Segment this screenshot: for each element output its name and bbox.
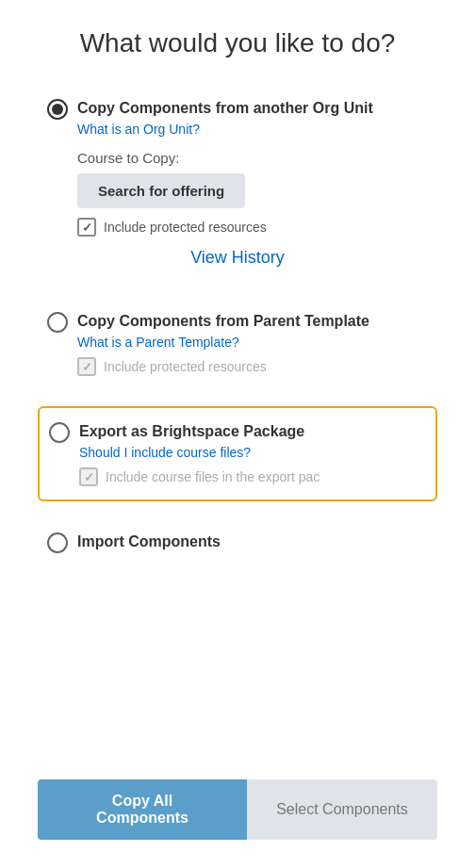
include-protected-checkbox[interactable] <box>77 218 96 237</box>
page-title: What would you like to do? <box>38 28 437 58</box>
section-copy-parent: Copy Components from Parent Template Wha… <box>38 298 437 389</box>
include-course-files-row: Include course files in the export pac <box>79 467 426 486</box>
view-history-link[interactable]: View History <box>47 248 428 268</box>
option-title-copy-parent: Copy Components from Parent Template <box>77 311 369 332</box>
include-course-files-label: Include course files in the export pac <box>106 469 319 484</box>
include-protected-parent-checkbox[interactable] <box>77 357 96 376</box>
course-to-copy-section: Course to Copy: Search for offering Incl… <box>77 150 428 237</box>
option-row-copy-parent: Copy Components from Parent Template <box>47 311 428 333</box>
course-label: Course to Copy: <box>77 150 428 166</box>
radio-import-components[interactable] <box>47 532 68 553</box>
option-row-import-components: Import Components <box>47 532 428 553</box>
option-title-export-brightspace: Export as Brightspace Package <box>79 421 304 442</box>
search-for-offering-button[interactable]: Search for offering <box>77 173 245 208</box>
select-components-button[interactable]: Select Components <box>247 779 437 840</box>
include-course-files-checkbox[interactable] <box>79 467 98 486</box>
bottom-buttons: Copy All Components Select Components <box>38 751 437 840</box>
include-protected-row: Include protected resources <box>77 218 428 237</box>
option-title-import-components: Import Components <box>77 532 221 552</box>
radio-copy-org[interactable] <box>47 99 68 120</box>
include-protected-label: Include protected resources <box>104 220 267 235</box>
section-import-components: Import Components <box>38 518 437 566</box>
main-page: What would you like to do? Copy Componen… <box>0 0 475 868</box>
copy-all-components-button[interactable]: Copy All Components <box>38 779 247 840</box>
include-protected-parent-label: Include protected resources <box>104 359 267 374</box>
option-row-copy-org: Copy Components from another Org Unit <box>47 98 428 120</box>
option-title-copy-org: Copy Components from another Org Unit <box>77 98 373 119</box>
include-protected-parent-row: Include protected resources <box>77 357 428 376</box>
link-should-i-include-course-files[interactable]: Should I include course files? <box>79 445 426 460</box>
link-what-is-org-unit[interactable]: What is an Org Unit? <box>77 122 428 137</box>
radio-export-brightspace[interactable] <box>49 422 70 443</box>
section-export-brightspace: Export as Brightspace Package Should I i… <box>38 406 437 501</box>
section-copy-org: Copy Components from another Org Unit Wh… <box>38 85 437 281</box>
radio-inner-copy-org <box>52 104 63 115</box>
radio-copy-parent[interactable] <box>47 312 68 333</box>
link-what-is-parent-template[interactable]: What is a Parent Template? <box>77 335 428 350</box>
option-row-export-brightspace: Export as Brightspace Package <box>49 421 426 443</box>
